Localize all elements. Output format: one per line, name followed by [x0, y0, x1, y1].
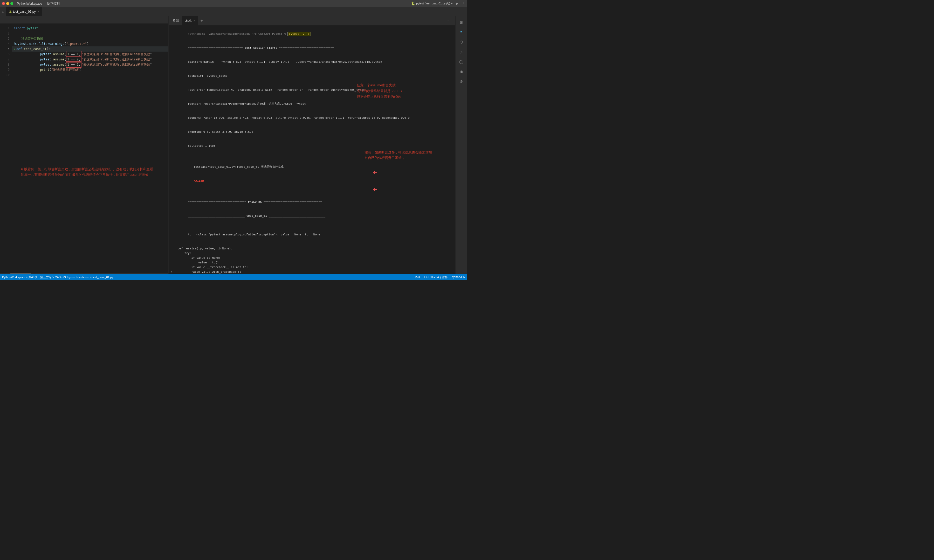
editor-tab-active[interactable]: 🐍 test_case_01.py ×	[6, 7, 42, 16]
version-control[interactable]: 版本控制	[47, 1, 60, 6]
ellipsis-icon[interactable]: ⋯	[447, 19, 449, 23]
minus-icon[interactable]: —	[452, 19, 454, 22]
line-numbers: 1 2 3 4 5 6 7 8 9 10	[0, 24, 12, 272]
editor-toolbar: ⋯	[0, 16, 168, 24]
code-line-4: @pytest.mark.filterwarnings("ignore:.*")	[12, 41, 168, 46]
maximize-button[interactable]	[10, 2, 13, 5]
terminal-line-3: cachedir: .pytest_cache	[171, 69, 453, 83]
editor-tabbar: □ 🐍 test_case_01.py ×	[0, 7, 467, 16]
terminal-tab-local[interactable]: 本地 ×	[182, 16, 198, 25]
titlebar: PythonWorkspace › 版本控制 🐍 pytest (test_ca…	[0, 0, 467, 7]
sidebar-icon-6[interactable]: ◉	[458, 68, 465, 75]
sidebar-icon-2[interactable]: ≡	[458, 28, 465, 36]
scroll-thumb[interactable]	[10, 273, 31, 274]
statusbar: PythonWorkspace > 第49课：第三方库 > CASE29: Py…	[0, 274, 467, 280]
sidebar-icon-7[interactable]: ⊘	[458, 77, 465, 85]
terminal-tabbar: 终端 本地 × + ⋯ —	[169, 16, 455, 25]
run-config[interactable]: 🐍 pytest (test_cas...01.py 内) ▾	[411, 2, 453, 5]
terminal-annotation-top: 任意一个assume断言失败测试函数最终结果就是FAILED但不会终止执行后需要…	[357, 82, 440, 100]
main-layout: ⋯ 1 2 3 4 5 6 7 8 9 10 import pytest	[0, 16, 467, 274]
right-sidebar: ⊞ ≡ ⬡ ▷ ◯ ◉ ⊘	[455, 16, 467, 274]
close-button[interactable]	[2, 2, 5, 5]
debug-icon[interactable]: ⋮	[462, 2, 465, 5]
language-info: python385	[452, 275, 465, 279]
traffic-lights	[2, 2, 13, 5]
terminal-tp-line: tp = <class 'pytest_assume.plugin.Failed…	[171, 228, 453, 242]
arrow-left-1: ➜	[373, 169, 378, 176]
pytest-icon: 🐍	[411, 2, 415, 5]
code-line-3: 过滤警告装饰器	[12, 36, 168, 41]
terminal-line-prompt: (python385) yangkai@yangkaideMacBook-Pro…	[171, 27, 453, 41]
terminal-line-2: platform darwin -- Python 3.8.5, pytest-…	[171, 55, 453, 69]
arrow-left-2: ➜	[373, 186, 378, 193]
editor-panel: ⋯ 1 2 3 4 5 6 7 8 9 10 import pytest	[0, 16, 169, 274]
terminal-annotation-bottom: 注意：如果断言过多，错误信息也会随之增加对自己的分析提升了困难，	[365, 150, 442, 161]
status-breadcrumb: PythonWorkspace > 第49课：第三方库 > CASE29: Py…	[2, 275, 113, 279]
code-content[interactable]: import pytest 过滤警告装饰器 @pytest.mark.filte…	[12, 24, 168, 272]
minimize-button[interactable]	[6, 2, 9, 5]
terminal-tab-close[interactable]: ×	[194, 19, 195, 22]
terminal-tab-terminal[interactable]: 终端	[170, 16, 182, 25]
test-result-box: testcase/test_case_01.py::test_case_01 测…	[171, 158, 286, 189]
new-file-icon[interactable]: □	[1, 9, 5, 14]
code-line-9: print("测试函数执行完成")	[12, 67, 168, 72]
terminal-test-header: _________________________________ test_c…	[171, 209, 453, 223]
scrollbar[interactable]	[0, 273, 168, 274]
terminal-panel: 终端 本地 × + ⋯ — (python385) yangkai@yangka…	[169, 16, 455, 274]
more-icon[interactable]: ⋯	[163, 18, 166, 22]
terminal-line-6: plugins: Faker-18.9.0, assume-2.4.3, rep…	[171, 111, 453, 125]
terminal-line-1: ================================ test se…	[171, 41, 453, 55]
left-annotation-bottom: 可以看到，第二行即使断言失败，后面的断言还是会继续执行， 这有助于我们分析和查看…	[21, 167, 156, 178]
python-file-icon: 🐍	[9, 10, 12, 13]
sidebar-icon-4[interactable]: ▷	[458, 48, 465, 56]
run-icon[interactable]: ▶	[456, 2, 458, 5]
sidebar-icon-3[interactable]: ⬡	[458, 38, 465, 46]
code-line-1: import pytest	[12, 26, 168, 31]
tab-close-button[interactable]: ×	[38, 10, 39, 13]
sidebar-icon-1[interactable]: ⊞	[458, 18, 465, 26]
cursor-position: 4:31	[415, 275, 420, 279]
code-area: 1 2 3 4 5 6 7 8 9 10 import pytest	[0, 24, 168, 272]
new-terminal-button[interactable]: +	[198, 18, 205, 23]
terminal-command: pytest -v -s	[287, 32, 311, 36]
app-name: PythonWorkspace	[17, 2, 42, 5]
annotation-bottom-text: 可以看到，第二行即使断言失败，后面的断言还是会继续执行， 这有助于我们分析和查看…	[21, 167, 156, 178]
terminal-wrapper: (python385) yangkai@yangkaideMacBook-Pro…	[169, 25, 455, 274]
terminal-tab-right: ⋯ —	[447, 19, 454, 23]
statusbar-right: 4:31 LF UTF-8 4个空格 python385	[415, 275, 465, 279]
code-line-2	[12, 31, 168, 36]
sidebar-icon-5[interactable]: ◯	[458, 58, 465, 66]
terminal-line-10	[171, 190, 453, 195]
terminal-failures-header: ================================== FAILU…	[171, 195, 453, 209]
terminal-blank	[171, 223, 453, 228]
encoding-info: LF UTF-8 4个空格	[424, 275, 447, 279]
terminal-line-7: ordering-0.6, xdist-3.5.0, anyio-3.6.2	[171, 125, 453, 139]
titlebar-right: 🐍 pytest (test_cas...01.py 内) ▾ ▶ ⋮	[411, 2, 465, 5]
